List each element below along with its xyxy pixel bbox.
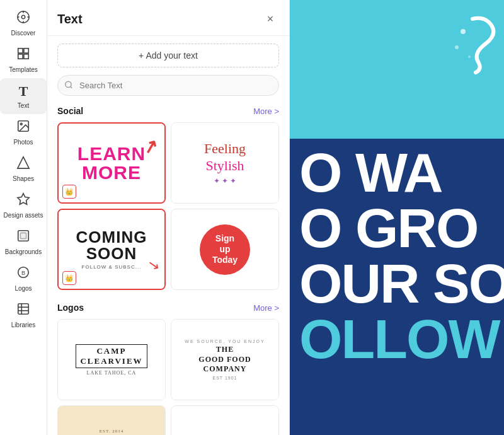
- svg-rect-9: [24, 54, 28, 59]
- crown-badge-learn-more: 👑: [62, 185, 76, 199]
- sidebar-item-discover-label: Discover: [11, 30, 36, 37]
- sidebar-item-photos[interactable]: Photos: [0, 114, 47, 151]
- sidebar-item-libraries[interactable]: Libraries: [0, 297, 47, 334]
- svg-rect-8: [18, 54, 23, 59]
- sidebar-item-shapes-label: Shapes: [13, 175, 34, 182]
- good-food-preview: WE SOURCE, YOU ENJOY THEGOOD FOODCOMPANY…: [171, 320, 278, 400]
- design-assets-icon: [16, 192, 30, 209]
- photos-icon: [16, 119, 30, 136]
- search-icon: [64, 80, 73, 91]
- sidebar-item-backgrounds-label: Backgrounds: [5, 248, 42, 255]
- svg-point-1: [21, 15, 25, 19]
- canvas-background-top: [290, 0, 504, 139]
- wave-decoration: [422, 13, 498, 76]
- discover-icon: [16, 10, 30, 27]
- template-late-harvest[interactable]: EST. 2014 LATEHARVEST EATS & DRINKS: [57, 405, 166, 435]
- canvas-area: O WA O GRO OUR SOO OLLOW: [290, 0, 504, 435]
- sidebar-item-backgrounds[interactable]: Backgrounds: [0, 224, 47, 260]
- template-camp-clearview[interactable]: CAMPCLEARVIEW LAKE TAHOE, CA: [57, 319, 166, 400]
- canvas-text-line-4: OLLOW: [299, 311, 499, 367]
- sidebar-item-templates[interactable]: Templates: [0, 42, 47, 78]
- logos-more-link[interactable]: More >: [253, 303, 279, 313]
- svg-rect-7: [24, 49, 28, 53]
- canvas-text-line-1: O WA: [299, 145, 442, 200]
- template-coming-soon[interactable]: COMING SOON FOLLOW & SUBSC... ↘ 👑: [57, 209, 166, 290]
- sidebar-item-libraries-label: Libraries: [11, 322, 35, 328]
- svg-point-25: [455, 45, 459, 49]
- libraries-icon: [16, 302, 30, 319]
- feeling-stylish-preview: Feeling Stylish ✦ ✦ ✦: [171, 123, 278, 203]
- add-text-button[interactable]: + Add your text: [57, 44, 279, 67]
- canvas-background-bottom: O WA O GRO OUR SOO OLLOW: [290, 139, 504, 435]
- sidebar: Discover Templates T Text Photos Shapes …: [0, 0, 47, 435]
- template-sign-up-today[interactable]: SignupToday: [171, 209, 279, 290]
- crown-badge-coming-soon: 👑: [62, 271, 76, 285]
- text-icon: T: [19, 83, 28, 100]
- svg-marker-13: [18, 194, 29, 204]
- svg-point-24: [461, 29, 466, 34]
- svg-rect-15: [20, 233, 26, 238]
- camp-clearview-preview: CAMPCLEARVIEW LAKE TAHOE, CA: [58, 320, 165, 400]
- social-section-title: Social: [57, 106, 83, 116]
- sidebar-item-discover[interactable]: Discover: [0, 5, 47, 42]
- sidebar-item-photos-label: Photos: [13, 139, 33, 146]
- social-section-header: Social More >: [57, 106, 279, 116]
- backgrounds-icon: [16, 229, 30, 246]
- svg-point-22: [66, 81, 71, 87]
- svg-point-26: [468, 55, 471, 58]
- sidebar-item-design-assets[interactable]: Design assets: [0, 187, 47, 224]
- text-panel: Text × + Add your text Social More > LEA…: [47, 0, 290, 435]
- sidebar-item-logos-label: Logos: [14, 285, 32, 292]
- template-good-food[interactable]: WE SOURCE, YOU ENJOY THEGOOD FOODCOMPANY…: [171, 319, 279, 400]
- logos-templates-grid: CAMPCLEARVIEW LAKE TAHOE, CA WE SOURCE, …: [57, 319, 279, 435]
- panel-body: + Add your text Social More > LEARN MORE: [47, 36, 289, 435]
- svg-rect-6: [18, 49, 23, 53]
- templates-icon: [16, 47, 30, 64]
- template-feeling-stylish[interactable]: Feeling Stylish ✦ ✦ ✦: [171, 122, 279, 204]
- shapes-icon: [16, 156, 30, 173]
- panel-title: Text: [57, 12, 83, 26]
- sidebar-item-shapes[interactable]: Shapes: [0, 151, 47, 187]
- sidebar-item-design-assets-label: Design assets: [4, 212, 43, 219]
- logos-icon: B: [16, 265, 30, 282]
- sidebar-item-logos[interactable]: B Logos: [0, 260, 47, 297]
- close-button[interactable]: ×: [261, 10, 279, 28]
- logos-section-title: Logos: [57, 303, 84, 313]
- social-more-link[interactable]: More >: [253, 107, 279, 116]
- brushstroke-preview: brushstroke • INTERIORS •: [171, 406, 278, 435]
- search-input[interactable]: [57, 75, 279, 96]
- canvas-text-line-2: O GRO: [299, 200, 478, 256]
- svg-point-0: [18, 11, 29, 23]
- svg-line-23: [71, 86, 72, 88]
- sidebar-item-templates-label: Templates: [9, 66, 38, 73]
- sidebar-item-text[interactable]: T Text: [0, 78, 47, 114]
- canvas-content: O WA O GRO OUR SOO OLLOW: [290, 0, 504, 435]
- svg-marker-12: [18, 157, 29, 168]
- svg-rect-18: [18, 304, 29, 315]
- sidebar-item-text-label: Text: [18, 102, 29, 109]
- social-templates-grid: LEARN MORE ↗ 👑 Feeling Stylish ✦ ✦ ✦: [57, 122, 279, 290]
- canvas-text-line-3: OUR SOO: [299, 256, 504, 311]
- late-harvest-preview: EST. 2014 LATEHARVEST EATS & DRINKS: [58, 406, 165, 435]
- template-learn-more[interactable]: LEARN MORE ↗ 👑: [57, 122, 166, 204]
- search-container: [57, 75, 279, 96]
- panel-header: Text ×: [47, 0, 289, 36]
- svg-point-11: [20, 123, 22, 125]
- svg-text:B: B: [21, 270, 25, 276]
- template-brushstroke[interactable]: brushstroke • INTERIORS • 👑: [171, 405, 279, 435]
- sign-up-preview: SignupToday: [200, 224, 250, 275]
- logos-section-header: Logos More >: [57, 303, 279, 313]
